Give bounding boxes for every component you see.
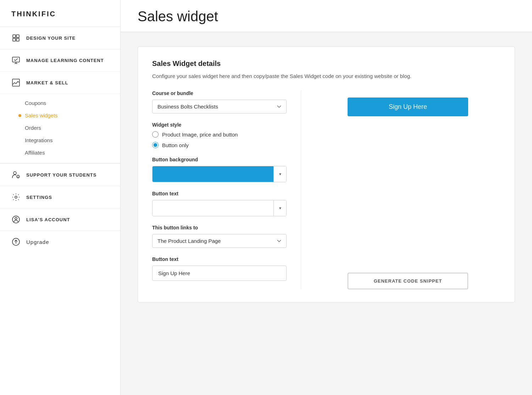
affiliates-label: Affiliates: [25, 150, 45, 156]
dot-affiliates: [18, 151, 21, 154]
button-text-label: Button text: [152, 191, 287, 196]
sales-widgets-label: Sales widgets: [25, 112, 58, 118]
logo-area: THINKIFIC: [0, 0, 120, 27]
sidebar: THINKIFIC DESIGN YOUR SITE: [0, 0, 121, 395]
svg-point-11: [18, 177, 18, 178]
button-text-input[interactable]: [153, 202, 273, 215]
svg-point-8: [13, 172, 16, 174]
links-to-select[interactable]: The Product Landing Page: [152, 234, 287, 248]
svg-rect-1: [16, 35, 19, 38]
sidebar-bottom: SUPPORT YOUR STUDENTS SETTINGS: [0, 163, 120, 253]
button-text-dropdown-button[interactable]: ▾: [273, 200, 286, 216]
sidebar-item-support-label: SUPPORT YOUR STUDENTS: [26, 172, 96, 178]
button-text-group: Button text ▾: [152, 191, 287, 216]
sidebar-item-settings[interactable]: SETTINGS: [0, 186, 120, 208]
dot-integrations: [18, 139, 21, 142]
page-title: Sales widget: [138, 9, 515, 24]
sidebar-item-sales-widgets[interactable]: Sales widgets: [26, 109, 120, 122]
svg-point-12: [15, 196, 17, 198]
button-text2-label: Button text: [152, 256, 287, 262]
sidebar-item-coupons[interactable]: Coupons: [26, 97, 120, 109]
sidebar-item-account-label: LISA'S ACCOUNT: [26, 217, 70, 222]
settings-icon: [11, 193, 21, 202]
sidebar-item-settings-label: SETTINGS: [26, 195, 52, 200]
sidebar-item-support[interactable]: SUPPORT YOUR STUDENTS: [0, 163, 120, 186]
radio-button-only[interactable]: Button only: [152, 142, 287, 148]
coupons-label: Coupons: [25, 100, 46, 106]
sidebar-item-manage[interactable]: MANAGE LEARNING CONTENT: [0, 49, 120, 72]
button-text2-input[interactable]: [152, 266, 287, 281]
form-section: Course or bundle Business Bolts Checklis…: [152, 90, 301, 289]
links-to-group: This button links to The Product Landing…: [152, 225, 287, 248]
svg-point-14: [15, 217, 17, 219]
main-body: Sales Widget details Configure your sale…: [121, 32, 532, 395]
sidebar-item-design[interactable]: DESIGN YOUR SITE: [0, 27, 120, 49]
nav-section-main: DESIGN YOUR SITE MANAGE LEARNING CONTENT: [0, 27, 120, 163]
color-dropdown-button[interactable]: ▾: [273, 166, 286, 182]
svg-rect-2: [13, 38, 16, 41]
card-desc: Configure your sales widget here and the…: [152, 72, 500, 80]
sidebar-item-market-label: MARKET & SELL: [26, 80, 68, 85]
radio-button-only-label: Button only: [162, 142, 189, 148]
svg-rect-7: [12, 79, 20, 86]
button-bg-label: Button background: [152, 157, 287, 162]
preview-button[interactable]: Sign Up Here: [348, 98, 468, 116]
widget-style-group: Widget style Product Image, price and bu…: [152, 122, 287, 148]
design-icon: [11, 33, 21, 43]
links-to-label: This button links to: [152, 225, 287, 230]
svg-rect-3: [16, 38, 19, 41]
radio-button-only-input[interactable]: [152, 142, 159, 148]
sidebar-item-upgrade[interactable]: Upgrade: [0, 230, 120, 253]
sidebar-item-affiliates[interactable]: Affiliates: [26, 146, 120, 159]
radio-product-image[interactable]: Product Image, price and button: [152, 131, 287, 138]
support-icon: [11, 170, 21, 179]
orders-label: Orders: [25, 125, 41, 131]
sidebar-scroll: DESIGN YOUR SITE MANAGE LEARNING CONTENT: [0, 27, 120, 395]
course-select[interactable]: Business Bolts Checklists: [152, 100, 287, 113]
svg-rect-0: [13, 35, 16, 38]
generate-code-button[interactable]: GENERATE CODE SNIPPET: [348, 273, 468, 289]
course-group: Course or bundle Business Bolts Checklis…: [152, 90, 287, 113]
preview-section: Sign Up Here GENERATE CODE SNIPPET: [315, 90, 500, 289]
dot-orders: [18, 127, 21, 129]
sidebar-item-manage-label: MANAGE LEARNING CONTENT: [26, 58, 104, 63]
color-swatch: [153, 166, 273, 182]
sidebar-item-orders[interactable]: Orders: [26, 122, 120, 134]
radio-group: Product Image, price and button Button o…: [152, 131, 287, 148]
sidebar-item-market[interactable]: MARKET & SELL: [0, 72, 120, 94]
sales-widget-card: Sales Widget details Configure your sale…: [138, 46, 515, 302]
card-title: Sales Widget details: [152, 60, 500, 68]
sidebar-item-design-label: DESIGN YOUR SITE: [26, 35, 76, 41]
sidebar-item-account[interactable]: LISA'S ACCOUNT: [0, 208, 120, 230]
card-inner: Course or bundle Business Bolts Checklis…: [152, 90, 500, 289]
upgrade-icon: [11, 237, 21, 246]
button-text-wrapper: ▾: [152, 200, 287, 216]
main-content: Sales widget Sales Widget details Config…: [121, 0, 532, 395]
integrations-label: Integrations: [25, 137, 52, 143]
course-label: Course or bundle: [152, 90, 287, 96]
manage-icon: [11, 56, 21, 65]
brand-logo: THINKIFIC: [11, 10, 56, 18]
active-dot: [18, 102, 21, 105]
svg-rect-4: [12, 57, 20, 62]
sidebar-item-upgrade-label: Upgrade: [26, 239, 49, 245]
button-text2-group: Button text: [152, 256, 287, 281]
market-icon: [11, 78, 21, 87]
account-icon: [11, 215, 21, 224]
market-sub-nav: Coupons Sales widgets Orders Integration…: [0, 94, 120, 163]
button-bg-group: Button background ▾: [152, 157, 287, 182]
active-dot-sales: [18, 114, 21, 117]
page-header: Sales widget: [121, 0, 532, 32]
sidebar-item-integrations[interactable]: Integrations: [26, 134, 120, 146]
radio-product-image-label: Product Image, price and button: [162, 132, 238, 138]
color-picker[interactable]: ▾: [152, 166, 287, 182]
widget-style-label: Widget style: [152, 122, 287, 128]
radio-product-image-input[interactable]: [152, 131, 159, 138]
